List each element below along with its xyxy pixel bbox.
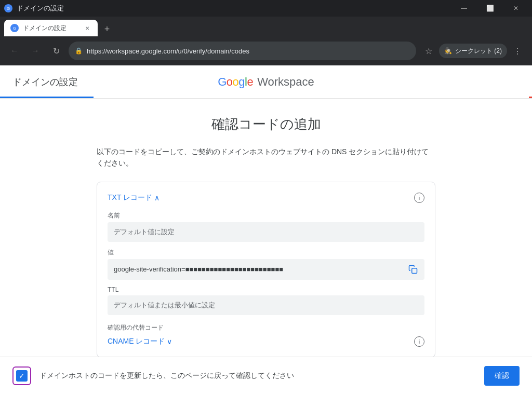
workspace-text: Workspace	[257, 75, 314, 89]
chevron-up-icon	[154, 194, 159, 202]
chevron-down-icon	[167, 337, 172, 346]
forward-icon: →	[31, 46, 39, 56]
main-content: 確認コードの追加 以下のコードをコピーして、ご契約のドメインホストのウェブサイト…	[0, 99, 532, 394]
url-bar[interactable]: 🔒 https://workspace.google.com/u/0/verif…	[69, 42, 416, 60]
menu-button[interactable]: ⋮	[509, 43, 526, 59]
bookmark-button[interactable]: ☆	[420, 43, 437, 59]
incognito-button[interactable]: 🕵 シークレット (2)	[439, 44, 507, 58]
new-tab-button[interactable]: +	[100, 22, 114, 36]
cname-label: CNAME レコード	[108, 337, 165, 346]
g-blue: G	[218, 75, 227, 88]
ttl-input: デフォルト値または最小値に設定	[108, 295, 424, 315]
maximize-button[interactable]: ⬜	[478, 0, 502, 17]
value-input: google-site-verification=■■■■■■■■■■■■■■■…	[108, 259, 424, 280]
svg-rect-0	[412, 268, 417, 274]
footer-text: ドメインホストのコードを更新したら、このページに戻って確認してください	[39, 371, 476, 381]
active-tab[interactable]: G ドメインの設定 ✕	[4, 20, 98, 36]
value-field-group: 値 google-site-verification=■■■■■■■■■■■■■…	[108, 248, 424, 280]
tab-title: ドメインの設定	[23, 24, 79, 33]
description-text: 以下のコードをコピーして、ご契約のドメインホストのウェブサイトの DNS セクシ…	[97, 146, 435, 169]
name-input: デフォルト値に設定	[108, 222, 424, 242]
back-button[interactable]: ←	[6, 43, 23, 59]
url-text: https://workspace.google.com/u/0/verify/…	[87, 47, 410, 55]
value-label: 値	[108, 248, 424, 257]
g-blue2: g	[238, 75, 245, 88]
page-container: 確認コードの追加 以下のコードをコピーして、ご契約のドメインホストのウェブサイト…	[84, 99, 448, 394]
star-icon: ☆	[425, 46, 432, 56]
txt-record-toggle[interactable]: TXT レコード	[108, 193, 159, 202]
page-heading: 確認コードの追加	[97, 115, 435, 133]
header-underline-right	[529, 97, 532, 98]
checkmark-icon: ✓	[19, 372, 25, 380]
forward-button[interactable]: →	[27, 43, 44, 59]
incognito-icon: 🕵	[444, 47, 452, 55]
menu-icon: ⋮	[513, 46, 522, 56]
toolbar-actions: ☆ 🕵 シークレット (2) ⋮	[420, 43, 526, 59]
footer-bar: ✓ ドメインホストのコードを更新したら、このページに戻って確認してください 確認	[0, 357, 532, 394]
confirm-checkbox[interactable]: ✓	[16, 370, 28, 382]
confirm-button[interactable]: 確認	[484, 366, 520, 386]
card-header: TXT レコード i	[108, 193, 424, 203]
txt-record-label: TXT レコード	[108, 193, 152, 202]
chrome-icon: G	[4, 4, 12, 12]
confirm-checkbox-wrapper[interactable]: ✓	[12, 366, 31, 385]
name-field-group: 名前 デフォルト値に設定	[108, 211, 424, 242]
name-value: デフォルト値に設定	[114, 227, 175, 237]
app-header-logo: Google Workspace	[218, 75, 314, 89]
browser-frame: ドメインの設定 Google Workspace 確認コードの追加 以下のコード…	[0, 65, 532, 394]
g-yellow: o	[233, 75, 239, 88]
window-title: ドメインの設定	[17, 4, 64, 13]
ttl-label: TTL	[108, 286, 424, 293]
incognito-label: シークレット (2)	[455, 47, 502, 56]
cname-row: CNAME レコード i	[108, 334, 424, 347]
g-red: o	[227, 75, 233, 88]
reload-button[interactable]: ↻	[48, 43, 64, 59]
dns-card: TXT レコード i 名前 デフォルト値に設定	[97, 182, 435, 358]
address-bar: ← → ↻ 🔒 https://workspace.google.com/u/0…	[0, 36, 532, 65]
name-label: 名前	[108, 211, 424, 220]
copy-button[interactable]	[408, 264, 418, 275]
header-underline	[0, 97, 94, 98]
google-logo: Google	[218, 75, 253, 89]
ttl-field-group: TTL デフォルト値または最小値に設定	[108, 286, 424, 315]
lock-icon: 🔒	[75, 47, 83, 55]
reload-icon: ↻	[53, 46, 60, 56]
app-header: ドメインの設定 Google Workspace	[0, 65, 532, 99]
cname-info-icon[interactable]: i	[414, 336, 424, 347]
title-bar: G ドメインの設定 — ⬜ ✕	[0, 0, 532, 17]
info-text: i	[419, 195, 420, 201]
tab-bar: G ドメインの設定 ✕ +	[0, 17, 532, 36]
cname-toggle[interactable]: CNAME レコード	[108, 337, 172, 346]
cname-info-text: i	[419, 338, 420, 345]
alt-code-label: 確認用の代替コード	[108, 323, 424, 332]
tab-close-button[interactable]: ✕	[83, 24, 91, 32]
txt-info-icon[interactable]: i	[414, 193, 424, 203]
back-icon: ←	[10, 46, 19, 56]
minimize-button[interactable]: —	[452, 0, 476, 17]
title-bar-left: G ドメインの設定	[4, 4, 64, 13]
app-header-title: ドメインの設定	[12, 76, 78, 88]
g-red2: e	[247, 75, 253, 88]
ttl-value: デフォルト値または最小値に設定	[114, 301, 215, 310]
window-controls: — ⬜ ✕	[452, 0, 528, 17]
browser-content: ドメインの設定 Google Workspace 確認コードの追加 以下のコード…	[0, 65, 532, 394]
tab-favicon: G	[10, 24, 19, 32]
close-button[interactable]: ✕	[504, 0, 528, 17]
value-text: google-site-verification=■■■■■■■■■■■■■■■…	[114, 265, 404, 273]
